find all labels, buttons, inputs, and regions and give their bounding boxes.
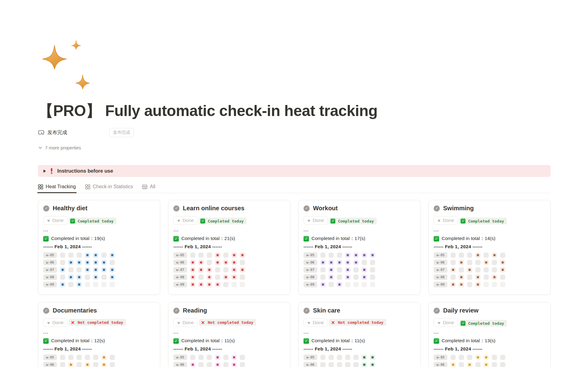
habit-card[interactable]: ✓ Healthy diet ♥ Done ✓ Completed today … — [38, 200, 160, 295]
heatmap-cell-filled — [500, 267, 505, 272]
week-label: w-05 — [43, 252, 57, 258]
today-status-badge: ✓ Completed today — [459, 320, 507, 327]
heatmap-cell-empty — [60, 260, 65, 265]
done-button[interactable]: ♥ Done — [173, 216, 198, 225]
heatmap-cell-filled — [60, 282, 65, 287]
heatmap-week-row: w-06 — [173, 362, 285, 367]
done-button[interactable]: ♥ Done — [303, 318, 328, 327]
habit-card[interactable]: ✓ Skin care ♥ Done × Not completed today… — [298, 302, 420, 367]
week-label: w-06 — [434, 260, 447, 265]
more-properties-toggle[interactable]: 7 more properties — [38, 144, 81, 151]
done-button-label: Done — [183, 218, 194, 223]
heatmap-cell-filled — [101, 267, 107, 272]
total-completed-row: ✓ Completed in total：12(s) — [43, 338, 155, 344]
done-button[interactable]: ♥ Done — [434, 318, 458, 327]
date-divider: ------ Feb 1, 2024 ------ — [303, 244, 415, 249]
instructions-callout[interactable]: Instructions before use — [38, 165, 551, 177]
status-emoji: × — [200, 320, 205, 325]
done-button[interactable]: ♥ Done — [303, 216, 328, 225]
week-label: w-05 — [303, 354, 317, 360]
heatmap-cell-empty — [77, 355, 82, 360]
sparkles-page-icon[interactable] — [38, 36, 99, 94]
heatmap-cell-filled — [370, 355, 375, 360]
tab-all[interactable]: All — [142, 184, 155, 193]
page-title: 【PRO】 Fully automatic check-in heat trac… — [38, 102, 551, 120]
heatmap-cell-empty — [215, 267, 220, 272]
habit-card[interactable]: ✓ Workout ♥ Done ✓ Completed today --- ✓… — [298, 200, 420, 295]
week-label: w-08 — [303, 274, 317, 280]
heatmap-cell-empty — [450, 253, 456, 258]
heatmap: w-05w-06w-07w-08w-09 — [303, 252, 415, 287]
week-label: w-06 — [303, 260, 317, 265]
heatmap-cell-empty — [190, 253, 195, 258]
heatmap-cell-filled — [207, 267, 212, 272]
heatmap-cell-empty — [370, 275, 375, 280]
button-property[interactable]: 发布完成 — [38, 129, 109, 136]
heatmap-week-row: w-07 — [173, 267, 285, 273]
heatmap-cell-filled — [215, 355, 220, 360]
today-status-text: Not completed today — [77, 320, 123, 325]
heatmap-week-row: w-06 — [303, 362, 415, 367]
heatmap-cell-empty — [232, 282, 237, 287]
heatmap-cell-filled — [198, 267, 204, 272]
chevron-down-icon — [38, 145, 43, 150]
separator-text: --- — [43, 331, 155, 335]
today-status-badge: × Not completed today — [199, 319, 256, 326]
heatmap-cell-filled — [459, 275, 464, 280]
heatmap-cell-empty — [500, 355, 505, 360]
property-tag-button[interactable]: 发布完成 — [109, 128, 134, 137]
heatmap-week-row: w-07 — [303, 267, 415, 273]
heatmap-cell-empty — [68, 355, 74, 360]
heatmap-cell-filled — [475, 253, 481, 258]
heatmap-cell-filled — [77, 275, 82, 280]
habit-card[interactable]: ✓ Daily review ♥ Done ✓ Completed today … — [428, 302, 551, 367]
done-button[interactable]: ♥ Done — [43, 216, 68, 225]
today-status-badge: ✓ Completed today — [329, 218, 376, 224]
button-property-icon — [38, 129, 44, 136]
tab-label: Heat Tracking — [46, 184, 76, 189]
heart-icon: ♥ — [177, 320, 180, 325]
total-label: Completed in total： — [181, 236, 224, 241]
done-button[interactable]: ♥ Done — [173, 318, 198, 327]
table-icon — [142, 184, 147, 189]
week-label: w-09 — [434, 282, 447, 287]
tab-heat-tracking[interactable]: Heat Tracking — [38, 184, 76, 193]
habit-card[interactable]: ✓ Swimming ♥ Done ✓ Completed today --- … — [428, 200, 551, 295]
total-label: Completed in total： — [311, 338, 354, 343]
heatmap-cell-empty — [190, 355, 195, 360]
heatmap-cell-filled — [101, 362, 107, 367]
total-value: 14(s) — [484, 236, 495, 241]
check-mark-emoji: ✓ — [434, 338, 439, 344]
total-value: 21(s) — [224, 236, 235, 241]
status-emoji: × — [330, 320, 335, 325]
heatmap-cell-empty — [459, 355, 464, 360]
separator-text: --- — [434, 228, 545, 233]
today-status-text: Not completed today — [208, 320, 253, 325]
card-header: ✓ Reading — [173, 307, 285, 314]
button-property-label: 发布完成 — [47, 129, 67, 136]
heatmap-cell-empty — [362, 260, 367, 265]
tab-check-in-statistics[interactable]: Check-in Statistics — [85, 184, 133, 193]
done-button[interactable]: ♥ Done — [434, 216, 458, 225]
heatmap-cell-empty — [337, 253, 342, 258]
week-label: w-05 — [173, 252, 187, 258]
habit-card[interactable]: ✓ Documentaries ♥ Done × Not completed t… — [38, 302, 160, 367]
heatmap-week-row: w-06 — [173, 260, 285, 265]
week-label: w-06 — [43, 260, 57, 265]
heatmap-cell-filled — [215, 260, 220, 265]
done-button[interactable]: ♥ Done — [43, 318, 68, 327]
habit-card[interactable]: ✓ Learn online courses ♥ Done ✓ Complete… — [168, 200, 290, 295]
card-header: ✓ Skin care — [303, 307, 415, 314]
total-value: 11(s) — [224, 338, 235, 343]
heatmap: w-05w-06 — [43, 354, 155, 367]
heatmap-cell-empty — [215, 275, 220, 280]
week-label: w-07 — [43, 267, 57, 273]
habit-card[interactable]: ✓ Reading ♥ Done × Not completed today -… — [168, 302, 290, 367]
heatmap-cell-empty — [240, 355, 245, 360]
toggle-triangle-icon[interactable] — [43, 170, 46, 173]
heatmap-week-row: w-09 — [303, 282, 415, 287]
heatmap-cell-filled — [240, 267, 245, 272]
total-label: Completed in total： — [51, 236, 94, 241]
heatmap-cell-empty — [345, 355, 350, 360]
separator-text: --- — [303, 331, 415, 335]
